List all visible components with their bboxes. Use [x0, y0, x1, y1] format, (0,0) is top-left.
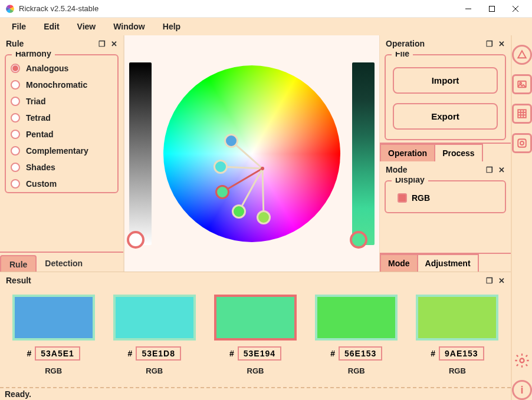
- hash-label: #: [330, 349, 335, 358]
- radio-label: Triad: [26, 97, 45, 106]
- operation-title: Operation: [386, 39, 425, 48]
- gear-icon[interactable]: [512, 351, 532, 371]
- tab-process[interactable]: Process: [435, 144, 482, 161]
- value-slider-knob[interactable]: [127, 231, 145, 249]
- wheel-node-2[interactable]: [215, 185, 229, 199]
- file-group: File Import Export: [385, 54, 506, 140]
- tab-adjustment[interactable]: Adjustment: [418, 254, 479, 272]
- grid-icon[interactable]: [512, 104, 532, 124]
- harmony-group: Harmony AnalogousMonochromaticTriadTetra…: [5, 54, 119, 193]
- swatch-box[interactable]: [113, 295, 196, 341]
- file-legend: File: [392, 52, 413, 58]
- rgb-checkbox[interactable]: [398, 193, 407, 203]
- harmony-option-tetrad[interactable]: Tetrad: [11, 113, 113, 123]
- color-wheel-panel: [124, 35, 380, 272]
- close-icon[interactable]: ✕: [495, 38, 507, 49]
- harmony-option-triad[interactable]: Triad: [11, 97, 113, 106]
- swatch-3: #56E153RGB: [313, 295, 400, 375]
- hex-input[interactable]: 56E153: [339, 346, 382, 361]
- wheel-node-4[interactable]: [257, 210, 271, 224]
- tab-operation[interactable]: Operation: [380, 144, 435, 161]
- hash-label: #: [229, 349, 234, 358]
- shade-slider-knob[interactable]: [350, 231, 367, 249]
- wheel-node-3[interactable]: [232, 204, 246, 219]
- menu-help[interactable]: Help: [155, 19, 189, 34]
- radio-icon: [11, 64, 20, 73]
- svg-point-20: [520, 359, 524, 363]
- harmony-option-pentad[interactable]: Pentad: [11, 130, 113, 139]
- colorspace-label: RGB: [449, 366, 466, 375]
- swatch-1: #53E1D8RGB: [110, 295, 198, 375]
- colorspace-label: RGB: [146, 366, 163, 375]
- close-icon[interactable]: ✕: [495, 164, 507, 176]
- color-wheel[interactable]: [163, 65, 340, 242]
- hex-input[interactable]: 53E194: [238, 346, 281, 361]
- swatch-4: #9AE153RGB: [413, 295, 501, 375]
- mode-panel: Mode ❐ ✕ Display RGB Mode: [380, 161, 511, 272]
- info-icon[interactable]: i: [512, 380, 532, 400]
- rule-panel-title: Rule: [6, 39, 24, 48]
- svg-rect-2: [490, 6, 495, 11]
- import-button[interactable]: Import: [393, 67, 498, 94]
- undock-icon[interactable]: ❐: [484, 275, 495, 286]
- radio-label: Analogous: [26, 64, 68, 73]
- image-icon[interactable]: [512, 74, 532, 94]
- display-group: Display RGB: [385, 180, 506, 213]
- operation-panel: Operation ❐ ✕ File Import Export Op: [380, 35, 511, 161]
- close-button[interactable]: [504, 1, 527, 17]
- harmony-option-custom[interactable]: Custom: [11, 179, 113, 189]
- radio-label: Complementary: [26, 146, 88, 156]
- wheel-node-0[interactable]: [224, 134, 238, 148]
- swatch-box[interactable]: [416, 295, 498, 341]
- radio-icon: [11, 113, 20, 123]
- harmony-option-shades[interactable]: Shades: [11, 163, 113, 172]
- harmony-legend: Harmony: [12, 52, 55, 58]
- undock-icon[interactable]: ❐: [484, 164, 495, 176]
- undock-icon[interactable]: ❐: [96, 38, 108, 49]
- shape-icon[interactable]: [512, 45, 532, 65]
- close-icon[interactable]: ✕: [108, 38, 120, 49]
- rgb-label: RGB: [412, 193, 430, 203]
- tab-rule[interactable]: Rule: [0, 255, 37, 272]
- menu-window[interactable]: Window: [105, 19, 153, 34]
- wheel-node-1[interactable]: [214, 160, 228, 174]
- colorspace-label: RGB: [348, 366, 365, 375]
- colorspace-label: RGB: [247, 366, 264, 375]
- harmony-option-analogous[interactable]: Analogous: [11, 64, 113, 73]
- hex-input[interactable]: 9AE153: [439, 346, 484, 361]
- colorspace-label: RGB: [45, 366, 62, 375]
- radio-icon: [11, 146, 20, 156]
- export-button[interactable]: Export: [393, 103, 498, 130]
- harmony-option-monochromatic[interactable]: Monochromatic: [11, 80, 113, 90]
- undock-icon[interactable]: ❐: [484, 38, 495, 49]
- tab-detection[interactable]: Detection: [37, 255, 91, 272]
- right-side: Operation ❐ ✕ File Import Export Op: [380, 35, 511, 272]
- close-icon[interactable]: ✕: [495, 275, 507, 286]
- hex-input[interactable]: 53A5E1: [35, 346, 80, 361]
- radio-label: Custom: [26, 179, 57, 189]
- menu-view[interactable]: View: [69, 19, 104, 34]
- svg-marker-10: [518, 51, 526, 58]
- svg-point-19: [520, 141, 524, 145]
- swatch-box[interactable]: [12, 295, 95, 341]
- hex-input[interactable]: 53E1D8: [136, 346, 181, 361]
- tab-mode[interactable]: Mode: [380, 254, 418, 272]
- harmony-option-complementary[interactable]: Complementary: [11, 146, 113, 156]
- swatch-2: #53E194RGB: [211, 295, 299, 375]
- swatch-box[interactable]: [315, 295, 398, 341]
- radio-icon: [11, 130, 20, 139]
- maximize-button[interactable]: [480, 1, 504, 17]
- minimize-button[interactable]: [457, 1, 480, 17]
- menu-file[interactable]: File: [4, 19, 34, 34]
- swatch-box[interactable]: [214, 295, 297, 341]
- board-icon[interactable]: [512, 133, 532, 153]
- radio-label: Monochromatic: [26, 80, 87, 90]
- menubar: File Edit View Window Help: [0, 18, 532, 35]
- titlebar: Rickrack v2.5.24-stable: [0, 0, 532, 18]
- menu-edit[interactable]: Edit: [35, 19, 67, 34]
- value-slider[interactable]: [129, 62, 152, 245]
- swatch-0: #53A5E1RGB: [9, 295, 97, 375]
- radio-icon: [11, 163, 20, 172]
- radio-icon: [11, 80, 20, 90]
- shade-slider[interactable]: [352, 62, 375, 245]
